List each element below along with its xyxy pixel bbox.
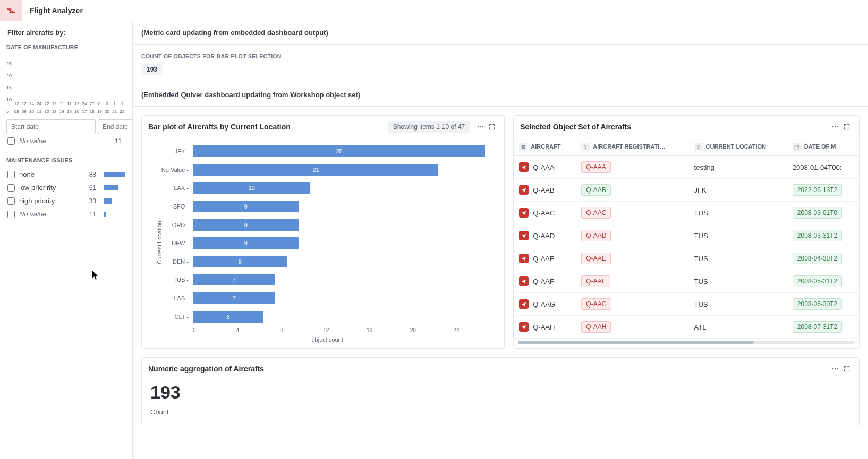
barplot-category-label: JFK - bbox=[158, 148, 193, 154]
maint-label: none bbox=[19, 170, 85, 178]
barplot-row[interactable]: DFW -9 bbox=[158, 235, 497, 251]
table-header-row: AIRCRAFTAIRCRAFT REGISTRATI…CURRENT LOCA… bbox=[514, 138, 859, 156]
date-novalue-checkbox[interactable] bbox=[7, 137, 15, 145]
date-pill: 2008-03-01T0 bbox=[793, 207, 842, 219]
maint-bar bbox=[104, 212, 106, 217]
table-row[interactable]: Q-AAFQ-AAFTUS2008-05-31T2 bbox=[514, 270, 859, 293]
svg-point-3 bbox=[832, 126, 833, 127]
maint-row[interactable]: low prioririty61 bbox=[6, 181, 126, 194]
date-histogram-bars: 12122424221211111224270011 bbox=[13, 55, 126, 108]
table-row[interactable]: Q-AAAQ-AAAtesting2008-01-04T00: bbox=[514, 156, 859, 179]
barplot-category-label: DEN - bbox=[158, 258, 193, 265]
barplot-bar: 9 bbox=[193, 201, 299, 212]
topbar: Flight Analyzer bbox=[0, 0, 868, 21]
maint-row[interactable]: No value11 bbox=[6, 207, 126, 221]
registration-pill: Q-AAE bbox=[581, 253, 610, 264]
barplot-row[interactable]: JFK -25 bbox=[158, 143, 497, 159]
metric-note-section: (Metric card updating from embedded dash… bbox=[133, 21, 868, 45]
count-section: COUNT OF OBJECTS FOR BAR PLOT SELECTION … bbox=[133, 45, 868, 83]
table-row[interactable]: Q-AAHQ-AAHATL2008-07-31T2 bbox=[514, 316, 859, 339]
barplot-row[interactable]: ORD -9 bbox=[158, 217, 497, 233]
maint-checkbox[interactable] bbox=[7, 197, 15, 205]
barplot-row[interactable]: LAS -7 bbox=[158, 290, 497, 306]
table-row[interactable]: Q-AAGQ-AAGTUS2008-06-30T2 bbox=[514, 293, 859, 316]
barplot-row[interactable]: No Value -21 bbox=[158, 162, 497, 178]
barplot-category-label: ORD - bbox=[158, 222, 193, 228]
date-pill: 2008-03-31T2 bbox=[793, 230, 842, 241]
location-cell: TUS bbox=[689, 293, 787, 316]
location-cell: TUS bbox=[689, 202, 787, 224]
barplot-title: Bar plot of Aircrafts by Current Locatio… bbox=[148, 123, 388, 131]
barplot-pager: Showing items 1-10 of 47 bbox=[388, 121, 470, 133]
date-novalue-count: 11 bbox=[115, 137, 122, 145]
table-expand-icon[interactable] bbox=[841, 121, 853, 133]
location-cell: TUS bbox=[689, 224, 787, 247]
aggregation-card: Numeric aggregation of Aircrafts 193 Cou… bbox=[141, 357, 860, 426]
svg-point-1 bbox=[480, 126, 481, 127]
maint-bar bbox=[104, 198, 112, 204]
maint-row[interactable]: none88 bbox=[6, 168, 126, 181]
aggregation-label: Count bbox=[150, 408, 850, 416]
maint-row[interactable]: high priority33 bbox=[6, 194, 126, 207]
aircraft-icon bbox=[519, 231, 529, 240]
app-title: Flight Analyzer bbox=[22, 6, 83, 15]
svg-point-8 bbox=[835, 368, 836, 369]
table-horizontal-scrollbar[interactable] bbox=[518, 341, 855, 344]
location-cell: ATL bbox=[689, 316, 787, 339]
barplot-bar: 21 bbox=[193, 164, 438, 176]
date-histogram[interactable]: 252015105 12122424221211111224270011 080… bbox=[6, 55, 126, 114]
barplot-category-label: TUS - bbox=[158, 276, 193, 283]
table-row[interactable]: Q-AACQ-AACTUS2008-03-01T0 bbox=[514, 202, 859, 224]
date-pill: 2022-06-13T2 bbox=[793, 184, 842, 196]
date-histogram-xaxis: 080910111213141516171819202122 bbox=[13, 108, 126, 114]
more-icon[interactable] bbox=[474, 121, 486, 133]
barplot-bar: 7 bbox=[193, 292, 275, 304]
agg-expand-icon[interactable] bbox=[841, 363, 853, 375]
barplot-row[interactable]: LAX -10 bbox=[158, 180, 497, 196]
barplot-row[interactable]: TUS -7 bbox=[158, 272, 497, 288]
plane-icon bbox=[6, 6, 16, 15]
aircraft-table-card: Selected Object Set of Aircrafts AIRCRAF… bbox=[513, 115, 860, 349]
table-row[interactable]: Q-AADQ-AADTUS2008-03-31T2 bbox=[514, 224, 859, 247]
column-type-icon bbox=[793, 143, 801, 151]
aircraft-cell-text: Q-AAA bbox=[533, 163, 554, 171]
maint-checkbox[interactable] bbox=[7, 171, 15, 178]
barplot-bar: 10 bbox=[193, 182, 310, 194]
agg-more-icon[interactable] bbox=[829, 363, 841, 375]
registration-pill: Q-AAA bbox=[581, 161, 610, 173]
barplot-row[interactable]: SFO -9 bbox=[158, 198, 497, 214]
date-range-inputs bbox=[6, 119, 126, 134]
maint-label: low prioririty bbox=[19, 184, 85, 192]
barplot-ylabel: Current Location bbox=[156, 221, 163, 264]
maint-label: high priority bbox=[19, 197, 85, 205]
registration-pill: Q-AAF bbox=[581, 275, 610, 287]
table-more-icon[interactable] bbox=[829, 121, 841, 133]
column-type-icon bbox=[519, 143, 527, 151]
main-area: (Metric card updating from embedded dash… bbox=[133, 21, 868, 459]
table-title: Selected Object Set of Aircrafts bbox=[520, 123, 829, 131]
barplot-bar: 25 bbox=[193, 145, 485, 157]
table-column-header[interactable]: CURRENT LOCATION bbox=[689, 138, 787, 156]
date-novalue-label: No value bbox=[19, 137, 110, 145]
maint-checkbox[interactable] bbox=[7, 184, 15, 192]
table-column-header[interactable]: AIRCRAFT bbox=[514, 138, 576, 156]
maint-count: 88 bbox=[89, 171, 96, 178]
table-row[interactable]: Q-AABQ-AABJFK2022-06-13T2 bbox=[514, 179, 859, 202]
barplot-row[interactable]: DEN -8 bbox=[158, 254, 497, 270]
table-column-header[interactable]: DATE OF M bbox=[787, 138, 859, 156]
location-cell: JFK bbox=[689, 179, 787, 202]
svg-point-0 bbox=[478, 126, 479, 127]
expand-icon[interactable] bbox=[486, 121, 498, 133]
end-date-input[interactable] bbox=[98, 119, 133, 134]
table-column-header[interactable]: AIRCRAFT REGISTRATI… bbox=[576, 138, 688, 156]
barplot-row[interactable]: CLT -6 bbox=[158, 309, 497, 325]
aircraft-table: AIRCRAFTAIRCRAFT REGISTRATI…CURRENT LOCA… bbox=[514, 138, 859, 339]
scrollbar-thumb[interactable] bbox=[518, 341, 754, 344]
date-novalue-row[interactable]: No value 11 bbox=[6, 134, 126, 148]
start-date-input[interactable] bbox=[6, 119, 96, 134]
app-icon-container bbox=[0, 0, 22, 21]
registration-pill: Q-AAB bbox=[581, 184, 610, 196]
table-row[interactable]: Q-AAEQ-AAETUS2008-04-30T2 bbox=[514, 247, 859, 270]
maint-checkbox[interactable] bbox=[7, 211, 15, 218]
column-type-icon bbox=[581, 143, 590, 151]
